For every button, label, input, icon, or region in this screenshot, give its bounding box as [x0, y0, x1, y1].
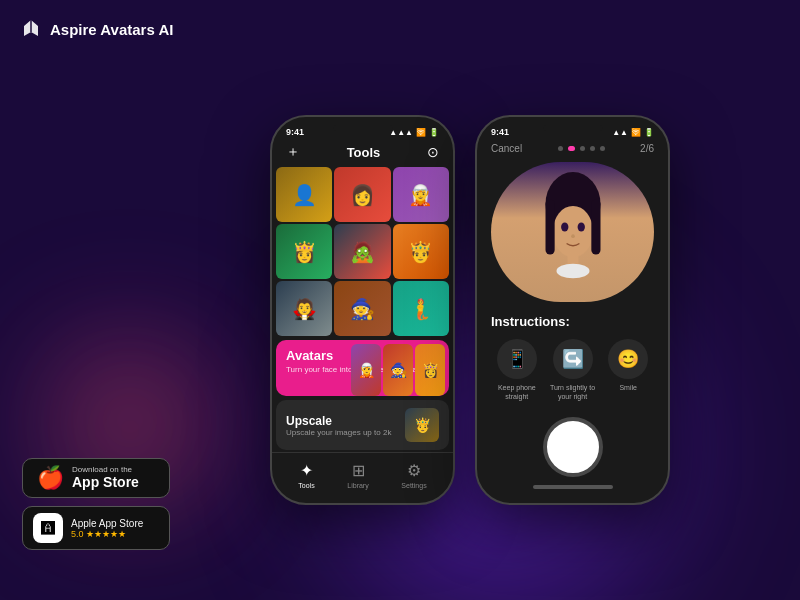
camera-view: [491, 162, 654, 302]
phone1-tools: 9:41 ▲▲▲ 🛜 🔋 ＋ Tools ⊙ 👤 👩 🧝 👸 🧟 🤴 🧛 🧙 🧜: [270, 115, 455, 505]
signal-icon: ▲▲▲: [389, 128, 413, 137]
svg-rect-5: [545, 200, 554, 255]
camera-button[interactable]: ⊙: [427, 144, 439, 160]
dot-3: [580, 146, 585, 151]
cancel-button[interactable]: Cancel: [491, 143, 522, 154]
app-store-download-badge[interactable]: 🍎 Download on the App Store: [22, 458, 170, 498]
add-button[interactable]: ＋: [286, 143, 300, 161]
app-title: Aspire Avatars AI: [50, 21, 173, 38]
avatar-cell-2: 👩: [334, 167, 390, 222]
face-placeholder: [491, 162, 654, 302]
step-counter: 2/6: [640, 143, 654, 154]
nav-tools-label: Tools: [298, 482, 314, 489]
badge-big-text: App Store: [72, 474, 139, 491]
tools-nav-icon: ✦: [300, 461, 313, 480]
phone1-bottom-nav: ✦ Tools ⊞ Library ⚙ Settings: [272, 452, 453, 503]
avatar-cell-7: 🧛: [276, 281, 332, 336]
wifi-icon: 🛜: [416, 128, 426, 137]
nav-settings-label: Settings: [401, 482, 426, 489]
phone2-time: 9:41: [491, 127, 509, 137]
app-icon-small: 🅰: [33, 513, 63, 543]
store-name: Apple App Store: [71, 518, 143, 529]
phone2-notch: [543, 125, 603, 131]
banner-img-3: 👸: [415, 344, 445, 396]
progress-dots: [558, 146, 605, 151]
shutter-button[interactable]: [547, 421, 599, 473]
svg-rect-6: [591, 200, 600, 255]
avatar-cell-5: 🧟: [334, 224, 390, 279]
battery-icon: 🔋: [429, 128, 439, 137]
nav-library[interactable]: ⊞ Library: [347, 461, 368, 489]
app-logo-icon: [20, 18, 42, 40]
phone2-camera: 9:41 ▲▲ 🛜 🔋 Cancel 2/6: [475, 115, 670, 505]
phone2-status-icons: ▲▲ 🛜 🔋: [612, 128, 654, 137]
nav-library-label: Library: [347, 482, 368, 489]
app-store-rating-badge[interactable]: 🅰 Apple App Store 5.0 ★★★★★: [22, 506, 170, 550]
phones-area: 9:41 ▲▲▲ 🛜 🔋 ＋ Tools ⊙ 👤 👩 🧝 👸 🧟 🤴 🧛 🧙 🧜: [160, 40, 780, 580]
avatars-banner[interactable]: Avatars Turn your face into AI-powered a…: [276, 340, 449, 396]
badges-area: 🍎 Download on the App Store 🅰 Apple App …: [22, 458, 170, 550]
banner-img-1: 🧝: [351, 344, 381, 396]
rating-stars: 5.0 ★★★★★: [71, 529, 143, 539]
library-nav-icon: ⊞: [352, 461, 365, 480]
phone2-home-indicator: [533, 485, 613, 489]
avatar-cell-9: 🧜: [393, 281, 449, 336]
badge-rating-info: Apple App Store 5.0 ★★★★★: [71, 518, 143, 539]
avatar-cell-6: 🤴: [393, 224, 449, 279]
upscale-sub: Upscale your images up to 2k: [286, 428, 391, 437]
phone2-signal-icon: ▲▲: [612, 128, 628, 137]
phone2-wifi-icon: 🛜: [631, 128, 641, 137]
instruction-3-label: Smile: [619, 383, 637, 392]
upscale-image: 🤴: [405, 408, 439, 442]
camera-shutter-area: [477, 409, 668, 479]
dot-2-active: [568, 146, 575, 151]
svg-point-8: [556, 264, 589, 279]
upscale-row[interactable]: Upscale Upscale your images up to 2k 🤴: [276, 400, 449, 450]
avatar-cell-4: 👸: [276, 224, 332, 279]
banner-imgs: 🧝 🧙 👸: [351, 344, 445, 396]
dot-4: [590, 146, 595, 151]
settings-nav-icon: ⚙: [407, 461, 421, 480]
instruction-1-icon: 📱: [497, 339, 537, 379]
apple-icon: 🍎: [37, 467, 64, 489]
upscale-info: Upscale Upscale your images up to 2k: [286, 414, 391, 437]
badge-small-text: Download on the: [72, 465, 139, 475]
nav-tools[interactable]: ✦ Tools: [298, 461, 314, 489]
header: Aspire Avatars AI: [20, 18, 173, 40]
avatar-grid: 👤 👩 🧝 👸 🧟 🤴 🧛 🧙 🧜: [276, 167, 449, 336]
phone1-notch: [333, 125, 393, 131]
instruction-2-icon: ↪️: [553, 339, 593, 379]
svg-point-2: [561, 222, 568, 231]
avatar-cell-8: 🧙: [334, 281, 390, 336]
status-icons: ▲▲▲ 🛜 🔋: [389, 128, 439, 137]
instruction-3: 😊 Smile: [602, 339, 654, 401]
face-svg: [533, 172, 613, 282]
upscale-title: Upscale: [286, 414, 391, 428]
phone1-time: 9:41: [286, 127, 304, 137]
nav-settings[interactable]: ⚙ Settings: [401, 461, 426, 489]
instruction-1: 📱 Keep phone straight: [491, 339, 543, 401]
instruction-2: ↪️ Turn slightly to your right: [547, 339, 599, 401]
instructions-title: Instructions:: [491, 314, 654, 329]
instruction-1-label: Keep phone straight: [491, 383, 543, 401]
avatar-cell-1: 👤: [276, 167, 332, 222]
avatar-cell-3: 🧝: [393, 167, 449, 222]
instruction-2-label: Turn slightly to your right: [547, 383, 599, 401]
phone2-topbar: Cancel 2/6: [477, 141, 668, 162]
phone1-toolbar: ＋ Tools ⊙: [272, 141, 453, 167]
dot-5: [600, 146, 605, 151]
svg-point-1: [552, 206, 592, 257]
instruction-items: 📱 Keep phone straight ↪️ Turn slightly t…: [491, 339, 654, 401]
instructions-section: Instructions: 📱 Keep phone straight ↪️ T…: [477, 302, 668, 409]
phone1-title: Tools: [300, 145, 427, 160]
banner-img-2: 🧙: [383, 344, 413, 396]
svg-point-3: [577, 222, 584, 231]
dot-1: [558, 146, 563, 151]
phone2-battery-icon: 🔋: [644, 128, 654, 137]
instruction-3-icon: 😊: [608, 339, 648, 379]
svg-point-4: [571, 234, 575, 238]
